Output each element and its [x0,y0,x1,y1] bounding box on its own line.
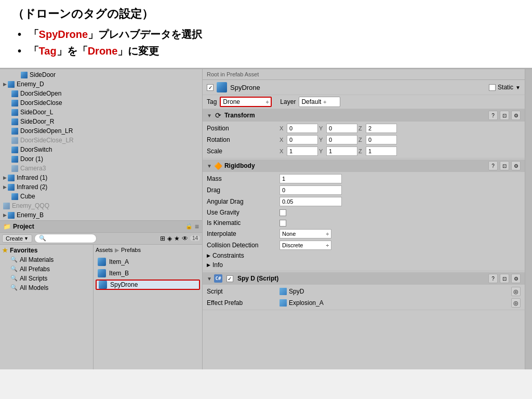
toolbar-icon-2[interactable]: ◈ [167,235,172,242]
component-menu-button[interactable]: ⚙ [511,111,521,120]
component-header-rigidbody[interactable]: ▼ 🔶 Rigidbody ? ⊡ ⚙ [203,159,525,172]
component-buttons: ? ⊡ ⚙ [488,111,521,120]
position-xyz: X 0 Y 0 Z 2 [280,124,521,133]
component-expand-button[interactable]: ⊡ [500,274,509,283]
info-toggle[interactable]: ▶ Info [203,260,525,270]
component-buttons: ? ⊡ ⚙ [488,274,521,283]
create-button[interactable]: Create ▼ [2,234,32,243]
tag-layer-row: Tag Drone ÷ Layer Default ÷ [203,95,525,109]
collision-detection-dropdown[interactable]: Discrete ÷ [280,241,331,250]
constraints-toggle[interactable]: ▶ Constraints [203,251,525,260]
list-item[interactable]: ▶ Infrared (2) [0,182,202,192]
file-item-spydrone[interactable]: SpyDrone [96,280,200,290]
tag-dropdown[interactable]: Drone ÷ [220,97,272,107]
is-kinematic-checkbox[interactable] [280,220,286,227]
position-x-field[interactable]: 0 [287,124,318,133]
static-toggle[interactable]: Static ▼ [489,84,521,91]
cube-icon [11,128,18,135]
script-title: Spy D (Script) [237,275,486,282]
cube-icon [8,175,15,181]
fav-all-prefabs[interactable]: 🔍 All Prefabs [2,264,91,274]
cube-icon [11,118,18,125]
scale-x-field[interactable]: 1 [287,147,318,156]
effect-prefab-select-button[interactable]: ◎ [511,298,521,308]
rotation-x-field[interactable]: 0 [287,135,318,144]
mass-label: Mass [207,175,280,182]
script-active-checkbox[interactable]: ✓ [227,275,233,282]
scale-z-field[interactable]: 1 [366,147,397,156]
static-dropdown-arrow[interactable]: ▼ [515,85,521,90]
scale-y-field[interactable]: 1 [326,147,357,156]
list-item[interactable]: Door (1) [0,154,202,164]
list-item[interactable]: DoorSwitch [0,145,202,154]
script-select-button[interactable]: ◎ [511,287,521,296]
rotation-y-field[interactable]: 0 [326,135,357,144]
list-item[interactable]: SideDoor_L [0,108,202,117]
angular-drag-field[interactable]: 0.05 [280,197,342,206]
toolbar-icon-1[interactable]: ⊞ [160,235,165,242]
file-item-b[interactable]: Item_B [96,268,200,278]
search-input[interactable]: 🔍 [34,234,97,243]
position-y-field[interactable]: 0 [326,124,357,133]
component-header-transform[interactable]: ▼ ⟳ Transform ? ⊡ ⚙ [203,109,525,122]
list-item[interactable]: Enemy_QQQ [0,201,202,210]
interpolate-row: Interpolate None ÷ [203,228,525,240]
component-help-button[interactable]: ? [488,274,498,283]
list-item-cube[interactable]: Cube [0,192,202,201]
component-header-script[interactable]: ▼ C# ✓ Spy D (Script) ? ⊡ ⚙ [203,272,525,285]
component-help-button[interactable]: ? [488,161,498,170]
transform-body: Position X 0 Y 0 Z 2 Rotation [203,122,525,158]
list-item[interactable]: DoorSideOpen [0,89,202,98]
list-item[interactable]: ▶ Enemy_B [0,210,202,220]
fav-all-scripts[interactable]: 🔍 All Scripts [2,274,91,283]
list-item[interactable]: ▶ Infrared (1) [0,173,202,182]
scale-xyz: X 1 Y 1 Z 1 [280,147,521,156]
list-item[interactable]: SideDoor_R [0,117,202,126]
toolbar-icon-3[interactable]: ★ [174,235,180,242]
list-item[interactable]: DoorSideOpen_LR [0,126,202,136]
position-label: Position [207,125,280,132]
tag-label: Tag [207,98,217,105]
use-gravity-checkbox[interactable] [280,209,286,216]
list-item[interactable]: SideDoor [0,70,202,79]
component-menu-button[interactable]: ⚙ [511,161,521,170]
drag-label: Drag [207,187,280,194]
component-expand-button[interactable]: ⊡ [500,111,509,120]
component-expand-button[interactable]: ⊡ [500,161,509,170]
menu-icon[interactable]: ≡ [195,222,199,231]
layer-dropdown[interactable]: Default ÷ [299,97,340,107]
inspector-scrollbar[interactable] [525,69,532,369]
toggle-arrow-icon: ▶ [207,253,210,258]
mass-row: Mass 1 [203,173,525,184]
position-z-field[interactable]: 2 [366,124,397,133]
mass-field[interactable]: 1 [280,174,342,183]
project-panel: 📁 Project 🔒 ≡ Create ▼ 🔍 ⊞ ◈ ★ 👁 [0,220,202,370]
list-item[interactable]: DoorSideClose [0,98,202,108]
fav-all-models[interactable]: 🔍 All Models [2,283,91,292]
static-checkbox[interactable] [489,84,496,91]
active-checkbox[interactable]: ✓ [207,84,214,91]
interpolate-dropdown[interactable]: None ÷ [280,229,331,238]
toolbar-icon-4[interactable]: 👁 [182,235,188,242]
search-icon: 🔍 [10,265,18,272]
project-header: 📁 Project 🔒 ≡ [0,221,202,233]
drag-field[interactable]: 0 [280,185,342,195]
list-item[interactable]: ▶ Enemy_D [0,79,202,89]
rotation-z-field[interactable]: 0 [366,135,397,144]
object-name: SpyDrone [230,84,486,91]
use-gravity-label: Use Gravity [207,209,280,216]
list-item[interactable]: Camera3 [0,164,202,173]
file-item-a[interactable]: Item_A [96,257,200,267]
effect-prefab-ref: Explosion_A [280,299,509,307]
list-item[interactable]: DoorSideClose_LR [0,136,202,145]
script-body: Script SpyD ◎ Effect Prefab Explosion_A [203,285,525,310]
component-help-button[interactable]: ? [488,111,498,120]
inspector-container: Root in Prefab Asset ✓ SpyDrone Static ▼… [203,69,532,369]
transform-component: ▼ ⟳ Transform ? ⊡ ⚙ Position X [203,109,525,158]
dropdown-arrow-icon: ÷ [326,231,329,237]
component-menu-button[interactable]: ⚙ [511,274,521,283]
angular-drag-row: Angular Drag 0.05 [203,196,525,207]
cube-icon [11,165,18,172]
cube-icon [11,156,18,163]
fav-all-materials[interactable]: 🔍 All Materials [2,255,91,264]
